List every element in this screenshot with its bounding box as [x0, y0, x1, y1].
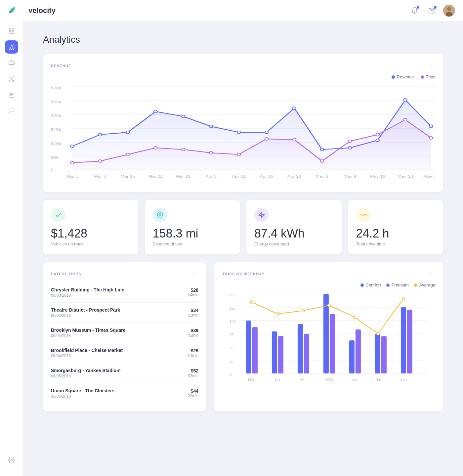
- svg-text:Wed: Wed: [325, 377, 333, 381]
- avg-dot-wed: [328, 304, 330, 307]
- svg-text:Fri: Fri: [301, 377, 306, 381]
- stat-value-energy: 87.4 kWh: [254, 228, 334, 239]
- topbar: velocity: [0, 0, 463, 21]
- sidebar-item-reports[interactable]: [5, 88, 18, 101]
- svg-point-2: [447, 7, 451, 11]
- svg-text:$5k: $5k: [51, 155, 59, 159]
- sidebar-item-messages[interactable]: [5, 104, 18, 117]
- trips-weekday-more-button[interactable]: ···: [428, 270, 435, 277]
- trip-date: 06/04/2018: [51, 354, 123, 358]
- latest-trips-more-button[interactable]: ···: [191, 270, 198, 277]
- trip-right: $44 22min: [188, 388, 198, 398]
- svg-point-21: [13, 80, 14, 81]
- revenue-chart-container: $30k $25k $20k $15k $10k $5k 0: [51, 83, 435, 184]
- topbar-right: [409, 5, 455, 17]
- svg-text:May 30: May 30: [423, 174, 435, 178]
- svg-point-57: [70, 161, 74, 164]
- brand-name: velocity: [28, 6, 56, 15]
- logo-icon: [6, 5, 17, 16]
- svg-rect-8: [12, 29, 14, 31]
- avg-dot-sun: [402, 297, 405, 300]
- bar-sun-premium: [407, 310, 412, 373]
- svg-text:Thu: Thu: [375, 377, 381, 381]
- svg-point-69: [403, 118, 407, 121]
- trip-item: Brookfield Place - Chelse Market 06/04/2…: [51, 343, 198, 363]
- svg-point-42: [70, 145, 74, 148]
- stat-icon-vehicles-wrap: [51, 208, 65, 222]
- legend-average-dot: [414, 283, 417, 287]
- legend-premium-dot: [386, 283, 390, 287]
- trip-name: Brooklyn Museum - Times Square: [51, 327, 125, 333]
- stat-value-vehicles: $1,428: [51, 228, 130, 239]
- svg-point-49: [265, 131, 268, 134]
- svg-point-65: [293, 138, 296, 141]
- svg-point-61: [182, 148, 185, 151]
- trip-price: $34: [188, 308, 198, 313]
- svg-text:Mon: Mon: [248, 377, 255, 381]
- trips-list: Chrysler Building - The High Line 06/03/…: [51, 282, 198, 403]
- svg-text:Apr 12: Apr 12: [232, 174, 246, 178]
- stat-card-distance: 158.3 mi Distance driven: [145, 200, 240, 254]
- svg-text:Mar 29: Mar 29: [176, 174, 190, 178]
- svg-point-85: [159, 213, 161, 215]
- sidebar-item-drone[interactable]: [5, 72, 18, 85]
- bottom-row: LATEST TRIPS ··· Chrysler Building - The…: [43, 262, 443, 411]
- trips-weekday-header: TRIPS BY WEEKDAY ···: [222, 270, 435, 277]
- svg-text:Mar 8: Mar 8: [94, 174, 106, 178]
- stat-card-energy: 87.4 kWh Energy consumed: [246, 200, 342, 254]
- trip-item: Smorgasburg - Yankee Stadium 06/05/2018 …: [51, 363, 198, 383]
- notification-badge: [417, 6, 419, 9]
- trip-date: 06/04/2018: [51, 333, 125, 338]
- check-icon: [55, 211, 62, 219]
- trip-date: 06/03/2018: [51, 293, 124, 298]
- svg-point-70: [429, 137, 433, 139]
- svg-text:Apr 26: Apr 26: [287, 174, 301, 178]
- revenue-card-more-button[interactable]: ···: [428, 62, 435, 69]
- svg-text:0: 0: [51, 168, 54, 172]
- svg-rect-9: [9, 32, 11, 34]
- svg-text:100: 100: [230, 320, 235, 324]
- sidebar-item-dashboard[interactable]: [5, 24, 18, 38]
- legend-premium: Premium: [386, 282, 409, 287]
- svg-text:May 16: May 16: [370, 174, 385, 178]
- avg-dot-fri: [302, 309, 305, 312]
- bar-tue-premium: [278, 336, 283, 373]
- bar-tue-comfort: [272, 331, 277, 373]
- topbar-logo-area: [0, 5, 23, 16]
- trip-item: Chrysler Building - The High Line 06/03/…: [51, 282, 198, 303]
- trip-name: Brookfield Place - Chelse Market: [51, 348, 123, 353]
- sidebar-item-analytics[interactable]: [5, 40, 18, 54]
- legend-comfort: Comfort: [360, 282, 381, 287]
- svg-text:150: 150: [230, 293, 235, 297]
- trip-right: $29 14min: [188, 348, 198, 358]
- svg-rect-7: [9, 29, 11, 31]
- bolt-icon: [258, 211, 265, 219]
- stat-card-drivetime: 24.2 h Total drive time: [348, 200, 443, 254]
- sidebar-item-vehicles[interactable]: [5, 56, 18, 69]
- svg-point-44: [126, 131, 129, 134]
- trip-duration: 22min: [188, 394, 198, 398]
- svg-point-64: [265, 138, 268, 140]
- notifications-button[interactable]: [409, 5, 421, 17]
- stat-label-vehicles: Vehicles on track: [51, 241, 130, 246]
- svg-point-59: [126, 153, 129, 156]
- legend-average: Average: [414, 282, 435, 287]
- trip-info: Brooklyn Museum - Times Square 06/04/201…: [51, 327, 125, 338]
- user-avatar[interactable]: [443, 5, 455, 17]
- revenue-chart-card: REVENUE ··· Revenue Trips: [43, 54, 443, 192]
- sidebar-item-settings[interactable]: [5, 454, 18, 467]
- mail-button[interactable]: [426, 5, 438, 17]
- trip-duration: 52min: [188, 373, 198, 378]
- trip-name: Chrysler Building - The High Line: [51, 287, 124, 292]
- svg-text:Mar 1: Mar 1: [66, 174, 78, 178]
- trip-name: Union Square - The Cloisters: [51, 388, 114, 393]
- svg-point-55: [429, 125, 433, 128]
- trip-date: 06/05/2018: [51, 374, 121, 378]
- svg-point-50: [293, 107, 296, 109]
- svg-text:May 23: May 23: [398, 174, 413, 178]
- legend-comfort-label: Comfort: [366, 282, 381, 287]
- trip-item: Union Square - The Cloisters 06/05/2018 …: [51, 383, 198, 403]
- trips-by-weekday-card: TRIPS BY WEEKDAY ··· Comfort Premium Ave…: [214, 262, 443, 411]
- svg-text:$30k: $30k: [51, 86, 61, 90]
- trip-right: $28 24min: [188, 287, 198, 297]
